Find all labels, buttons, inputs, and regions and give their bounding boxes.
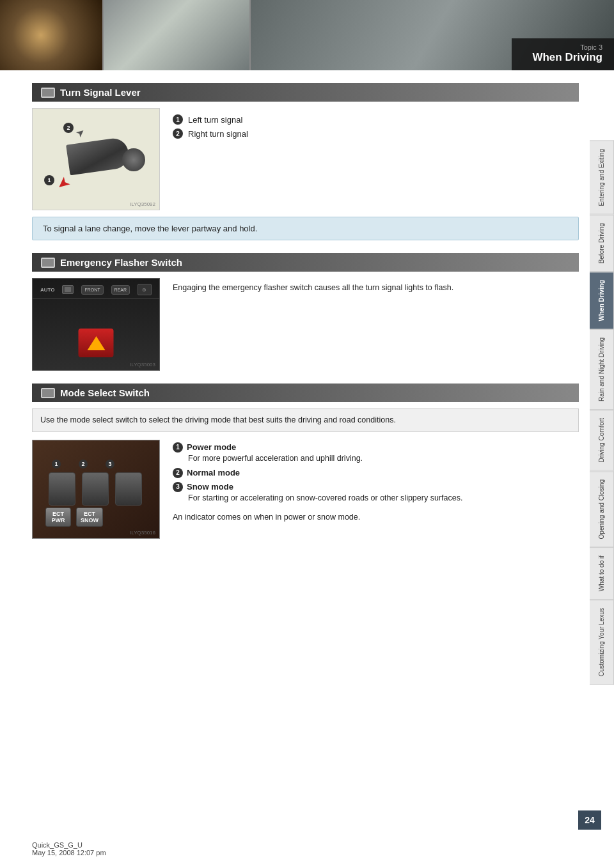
- sidebar-item-when-driving[interactable]: When Driving: [590, 272, 614, 329]
- lever-num-2-badge: 2: [63, 123, 74, 133]
- header-topic-box: Topic 3 When Driving: [512, 38, 614, 70]
- lever-image: 2 1 ➤ ➤ ILYQ35092: [32, 108, 160, 210]
- turn-signal-title: Turn Signal Lever: [60, 87, 141, 98]
- header-image-right: Topic 3 When Driving: [249, 0, 614, 70]
- page-number: 24: [578, 810, 601, 830]
- console-top-row: AUTO FRONT REAR ⊛: [33, 279, 159, 298]
- section-icon-flasher: [41, 258, 55, 268]
- mode-select-title: Mode Select Switch: [60, 387, 150, 398]
- normal-mode-name: Normal mode: [187, 468, 240, 477]
- turn-signal-header: Turn Signal Lever: [32, 83, 579, 102]
- header-image-mid: [102, 0, 249, 70]
- image-code-mode: ILYQ35016: [130, 530, 155, 536]
- flasher-title: Emergency Flasher Switch: [60, 257, 182, 268]
- mode-description: Use the mode select switch to select the…: [32, 408, 579, 432]
- mode-select-header: Mode Select Switch: [32, 384, 579, 402]
- flasher-body: AUTO FRONT REAR ⊛: [32, 278, 579, 371]
- snow-mode-detail: For starting or accelerating on snow-cov…: [173, 492, 579, 504]
- lever-img-content: 2 1 ➤ ➤ ILYQ35092: [33, 109, 159, 210]
- mode-indicator-note: An indicator comes on when in power or s…: [173, 511, 579, 523]
- console-rear-btn: REAR: [111, 285, 130, 295]
- flasher-section: Emergency Flasher Switch AUTO FRONT: [32, 253, 579, 371]
- mode-body: 1 2 3 ECT PWR: [32, 440, 579, 539]
- topic-label: Topic 3: [523, 43, 602, 51]
- section-icon-mode: [41, 388, 55, 398]
- left-turn-signal-label: Left turn signal: [188, 115, 242, 125]
- mode-num-3: 3: [106, 460, 114, 469]
- mode-list: 1 Power mode For more powerful accelerat…: [173, 440, 579, 523]
- footer: Quick_GS_G_U May 15, 2008 12:07 pm: [32, 841, 106, 856]
- image-code-flasher: ILYQ35003: [130, 362, 155, 368]
- header-image-left: [0, 0, 102, 70]
- console-panel: AUTO FRONT REAR ⊛: [33, 279, 159, 370]
- mode-num-badge-1: 1: [173, 442, 183, 453]
- ect-snow-button[interactable]: ECT SNOW: [76, 508, 103, 527]
- section-icon: [41, 88, 55, 98]
- mode-select-section: Mode Select Switch Use the mode select s…: [32, 384, 579, 539]
- header-banner: Topic 3 When Driving: [0, 0, 614, 70]
- lane-change-note: To signal a lane change, move the lever …: [32, 217, 579, 240]
- topic-title: When Driving: [523, 51, 602, 64]
- sidebar-item-customizing[interactable]: Customizing Your Lexus: [590, 600, 614, 685]
- turn-signal-item-2: 2 Right turn signal: [173, 128, 248, 139]
- flasher-image: AUTO FRONT REAR ⊛: [32, 278, 160, 371]
- main-content: Turn Signal Lever 2 1 ➤: [32, 83, 579, 539]
- power-mode-detail: For more powerful acceleration and uphil…: [173, 453, 579, 464]
- turn-signal-section: Turn Signal Lever 2 1 ➤: [32, 83, 579, 240]
- turn-signal-body: 2 1 ➤ ➤ ILYQ35092 1 Left turn signal 2: [32, 108, 579, 210]
- image-code-lever: ILYQ35092: [130, 201, 155, 207]
- mode-num-badge-3: 3: [173, 482, 183, 492]
- mode-item-normal: 2 Normal mode: [173, 468, 579, 478]
- console-front-btn: FRONT: [81, 285, 103, 295]
- sidebar-item-rain-night[interactable]: Rain and Night Driving: [590, 329, 614, 410]
- right-turn-signal-label: Right turn signal: [188, 129, 248, 139]
- mode-img-bg: 1 2 3 ECT PWR: [33, 440, 159, 538]
- mode-num-1: 1: [52, 460, 61, 469]
- mode-number-labels: 1 2 3: [52, 460, 114, 469]
- lever-num-1-badge: 1: [44, 175, 54, 185]
- snow-mode-name: Snow mode: [187, 482, 233, 492]
- num-badge-2: 2: [173, 128, 183, 139]
- mode-num-2: 2: [79, 460, 88, 469]
- sidebar-item-opening-closing[interactable]: Opening and Closing: [590, 471, 614, 547]
- power-mode-name: Power mode: [187, 442, 236, 452]
- console-auto-label: AUTO: [40, 287, 55, 293]
- mode-item-power: 1 Power mode For more powerful accelerat…: [173, 442, 579, 464]
- flasher-header: Emergency Flasher Switch: [32, 253, 579, 272]
- flasher-description: Engaging the emergency flasher switch ca…: [173, 278, 579, 294]
- sidebar-item-entering-exiting[interactable]: Entering and Exiting: [590, 141, 614, 215]
- mode-item-snow: 3 Snow mode For starting or accelerating…: [173, 482, 579, 504]
- footer-line2: May 15, 2008 12:07 pm: [32, 849, 106, 856]
- emergency-button[interactable]: [79, 329, 114, 357]
- sidebar-item-what-to-do[interactable]: What to do if: [590, 547, 614, 600]
- emergency-triangle-icon: [87, 336, 105, 350]
- ect-pwr-button[interactable]: ECT PWR: [45, 508, 71, 527]
- num-badge-1: 1: [173, 114, 183, 125]
- turn-signal-item-1: 1 Left turn signal: [173, 114, 248, 125]
- mode-num-badge-2: 2: [173, 468, 183, 478]
- footer-line1: Quick_GS_G_U: [32, 841, 106, 849]
- turn-signal-list: 1 Left turn signal 2 Right turn signal: [173, 108, 248, 143]
- mode-image: 1 2 3 ECT PWR: [32, 440, 160, 539]
- sidebar-item-driving-comfort[interactable]: Driving Comfort: [590, 410, 614, 470]
- ect-row: ECT PWR ECT SNOW: [45, 508, 153, 527]
- side-tabs: Entering and Exiting Before Driving When…: [590, 141, 614, 685]
- sidebar-item-before-driving[interactable]: Before Driving: [590, 215, 614, 272]
